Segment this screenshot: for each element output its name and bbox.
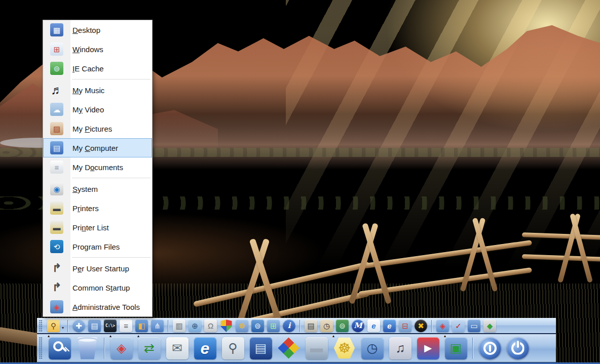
- video-icon: ☁: [50, 103, 63, 116]
- monitor-chart-button[interactable]: M: [350, 318, 366, 334]
- harddisk-button[interactable]: ▬: [303, 335, 330, 362]
- network-key-button[interactable]: ⊕: [187, 318, 203, 334]
- menu-item-label: My Computer: [72, 144, 118, 152]
- info-button[interactable]: i: [281, 318, 297, 334]
- toolbar-drag-handle[interactable]: [39, 337, 43, 359]
- command-prompt-button[interactable]: C:\>: [102, 318, 118, 334]
- menu-item-my-video[interactable]: ☁My Video: [43, 100, 152, 119]
- network-computers-button[interactable]: ⊞: [266, 318, 281, 334]
- ie-button[interactable]: e: [382, 318, 397, 334]
- shutdown-button[interactable]: [504, 335, 532, 362]
- menu-marker-icon: ▴: [332, 334, 334, 338]
- pictures-icon: ▨: [50, 122, 63, 135]
- pushpins-button[interactable]: ⋔: [149, 318, 165, 334]
- media-player-icon: ►: [417, 337, 439, 359]
- menu-item-my-documents[interactable]: ≡My Documents: [43, 157, 152, 177]
- menu-item-common-startup[interactable]: ↱Common Startup: [43, 278, 152, 297]
- find-files-icon: ⚲: [47, 319, 60, 332]
- gears-button[interactable]: ☸: [234, 318, 250, 334]
- windows-icon: ⊞: [50, 43, 63, 56]
- journal-button[interactable]: ▤: [247, 335, 275, 362]
- menu-item-label: My Music: [72, 86, 104, 95]
- lock-icon: Ω: [204, 319, 217, 332]
- monitor-check-button[interactable]: ✓: [451, 318, 466, 334]
- menu-item-ie-cache[interactable]: ⊚IE Cache: [43, 59, 152, 78]
- journal-icon: ▤: [250, 337, 272, 359]
- media-player-button[interactable]: ►: [414, 335, 442, 362]
- taskbar: ⚲▾✚▤C:\>≡◧⋔▥⊕Ω☸⊚⊞i▤◷⊚Mee⊟✖◈✓▭◆ ▴▴◈▴⇄✉e⚲▤…: [37, 318, 556, 362]
- security-shield-button[interactable]: [218, 318, 234, 334]
- menu-item-label: Desktop: [72, 26, 100, 34]
- computer-icon: ▤: [50, 141, 63, 154]
- scanner-button[interactable]: ▤: [303, 318, 319, 334]
- dropdown-arrow-icon[interactable]: ▾: [62, 326, 64, 330]
- menu-item-desktop[interactable]: ▦Desktop: [43, 20, 152, 39]
- standby-button[interactable]: [476, 335, 504, 362]
- menu-item-program-files[interactable]: ⟲Program Files: [43, 237, 152, 256]
- scheduled-tasks-icon: ◷: [361, 337, 384, 359]
- text-file-button[interactable]: ≡: [118, 318, 134, 334]
- display-settings-icon: ▣: [445, 337, 467, 359]
- menu-item-my-pictures[interactable]: ▨My Pictures: [43, 119, 152, 138]
- menu-item-label: Administrative Tools: [72, 303, 140, 311]
- system-config-button[interactable]: ▴☸: [330, 335, 358, 362]
- task-timer-button[interactable]: ◷: [319, 318, 334, 334]
- close-x-button[interactable]: ✖: [413, 318, 429, 334]
- internet-globe-button[interactable]: ⊚: [250, 318, 266, 334]
- notes-button[interactable]: ▤: [87, 318, 102, 334]
- lock-button[interactable]: Ω: [203, 318, 218, 334]
- menu-item-windows[interactable]: ⊞Windows: [43, 39, 152, 59]
- monitor-chart-icon: M: [352, 319, 364, 332]
- per-user-startup-icon: ↱: [50, 262, 63, 275]
- new-item-icon: ✚: [72, 319, 85, 332]
- notes-icon: ▤: [88, 319, 101, 332]
- printer-list-icon: ▬: [50, 221, 63, 234]
- menu-item-label: Program Files: [72, 242, 120, 251]
- monitors-stack-icon: ⊟: [399, 319, 411, 332]
- toolbar-drag-handle[interactable]: [39, 320, 43, 332]
- close-x-icon: ✖: [415, 319, 427, 332]
- find-files-button[interactable]: ⚲: [46, 318, 61, 334]
- net-device-button[interactable]: ⊚: [334, 318, 350, 334]
- sync-computers-button[interactable]: ▴⇄: [135, 335, 163, 362]
- text-file-icon: ≡: [120, 319, 132, 332]
- internet-explorer-button[interactable]: e: [191, 335, 219, 362]
- menu-item-administrative-tools[interactable]: ◈Administrative Tools: [43, 297, 152, 316]
- display-settings-button[interactable]: ▴▣: [442, 335, 470, 362]
- menu-item-my-computer[interactable]: ▤My Computer: [43, 138, 152, 157]
- media-music-button[interactable]: ♫: [386, 335, 414, 362]
- monitor-button[interactable]: ▭: [466, 318, 482, 334]
- scheduled-tasks-button[interactable]: ◷: [358, 335, 386, 362]
- security-shield-icon: [220, 319, 233, 332]
- ie-document-button[interactable]: e: [366, 318, 382, 334]
- menu-item-label: Windows: [72, 45, 103, 54]
- internet-globe-icon: ⊚: [251, 319, 264, 332]
- menu-item-per-user-startup[interactable]: ↱Per User Startup: [43, 259, 152, 278]
- menu-item-label: Printers: [72, 204, 99, 213]
- menu-item-my-music[interactable]: ♬My Music: [43, 80, 152, 100]
- file-search-icon: ⚲: [222, 337, 244, 359]
- email-button[interactable]: ✉: [163, 335, 191, 362]
- key-icon: [49, 337, 71, 359]
- monitors-stack-button[interactable]: ⊟: [397, 318, 413, 334]
- package-button[interactable]: ◧: [134, 318, 149, 334]
- menu-item-system[interactable]: ◉System: [43, 179, 152, 198]
- net-device-icon: ⊚: [336, 319, 349, 332]
- folder-components-button[interactable]: ◈: [435, 318, 451, 334]
- display-components-button[interactable]: ▴◈: [107, 335, 135, 362]
- menu-item-printer-list[interactable]: ▬Printer List: [43, 218, 152, 237]
- toolbar-separator: [472, 338, 473, 359]
- menu-item-label: My Pictures: [72, 125, 112, 133]
- toolbar-separator: [104, 338, 105, 359]
- key-button[interactable]: ▴: [46, 335, 73, 362]
- new-item-button[interactable]: ✚: [71, 318, 87, 334]
- toolbar-separator: [67, 320, 68, 332]
- components-button[interactable]: [275, 335, 303, 362]
- gear-components-button[interactable]: ◆: [482, 318, 498, 334]
- recycle-bin-button[interactable]: [73, 335, 101, 362]
- toolbar-separator: [168, 320, 169, 332]
- file-cabinet-button[interactable]: ▥: [171, 318, 187, 334]
- menu-item-printers[interactable]: ▬Printers: [43, 198, 152, 218]
- menu-item-label: IE Cache: [72, 64, 104, 73]
- file-search-button[interactable]: ⚲: [219, 335, 247, 362]
